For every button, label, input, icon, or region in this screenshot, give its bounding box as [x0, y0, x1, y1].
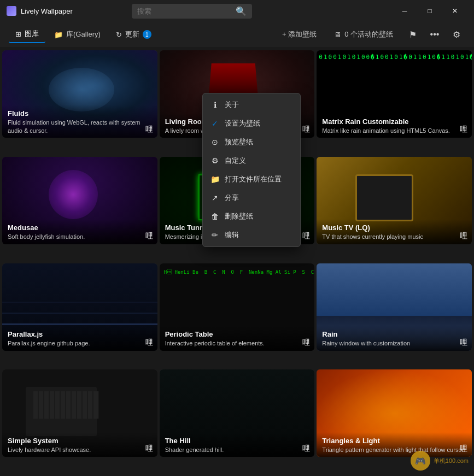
- menu-icon-openfilelocation: 📁: [210, 175, 219, 184]
- update-tab[interactable]: ↻ 更新 1: [109, 26, 158, 43]
- card-action-icon: 哩: [302, 125, 310, 134]
- card-overlay: Periodic Table Interactive periodic tabl…: [160, 326, 315, 350]
- card-action-icon: 哩: [302, 338, 310, 348]
- card-desc: Soft body jellyfish simulation.: [8, 233, 152, 240]
- card-fluids[interactable]: Fluids Fluid simulation using WebGL, rea…: [2, 50, 157, 138]
- menu-icon-share: ↗: [210, 193, 219, 202]
- gallery-icon: ⊞: [15, 30, 21, 38]
- menu-label-openfilelocation: 打开文件所在位置: [225, 174, 282, 184]
- card-desc: Lively hardware API showcase.: [8, 446, 152, 454]
- card-action-icon: 哩: [460, 338, 467, 348]
- card-action-icon: 哩: [145, 338, 153, 348]
- menu-item-previewwallpaper[interactable]: ⊙ 预览壁纸: [203, 133, 300, 151]
- watermark: 🎮 单机100.com: [411, 451, 469, 471]
- card-overlay: Rain Rainy window with customization: [317, 326, 472, 350]
- card-title: Medusae: [8, 224, 152, 232]
- card-action-icon: 哩: [302, 444, 310, 454]
- menu-icon-edit: ✏: [210, 231, 219, 239]
- card-overlay: The Hill Shader generated hill.: [160, 432, 315, 457]
- menu-item-customize[interactable]: ⚙ 自定义: [203, 151, 300, 170]
- card-title: Matrix Rain Customizable: [322, 117, 466, 126]
- menu-item-about[interactable]: ℹ 关于: [203, 96, 300, 114]
- card-desc: Shader generated hill.: [165, 446, 309, 454]
- menu-label-customize: 自定义: [225, 156, 246, 166]
- menu-icon-previewwallpaper: ⊙: [210, 138, 219, 146]
- menu-item-deletewallpaper[interactable]: 🗑 删除壁纸: [203, 207, 300, 226]
- menu-icon-about: ℹ: [210, 101, 219, 109]
- card-action-icon: 哩: [460, 125, 467, 134]
- menu-icon-customize: ⚙: [210, 156, 219, 165]
- card-desc: Rainy window with customization: [322, 339, 466, 347]
- context-menu: ℹ 关于 设置为壁纸 ⊙ 预览壁纸 ⚙ 自定义 📁 打开文件所在位置 ↗ 分享 …: [202, 93, 301, 247]
- menu-item-share[interactable]: ↗ 分享: [203, 189, 300, 207]
- card-title: Parallax.js: [8, 330, 152, 338]
- card-overlay: Matrix Rain Customizable Matrix like rai…: [317, 113, 472, 138]
- card-action-icon: 哩: [145, 231, 153, 241]
- card-medusae[interactable]: Medusae Soft body jellyfish simulation. …: [2, 157, 157, 244]
- card-title: Fluids: [8, 109, 152, 117]
- update-icon: ↻: [116, 31, 122, 39]
- card-title: Music TV (LQ): [322, 224, 466, 232]
- card-action-icon: 哩: [460, 231, 467, 241]
- card-overlay: Parallax.js Parallax.js engine github pa…: [2, 326, 157, 350]
- close-button[interactable]: ✕: [442, 2, 467, 20]
- card-rain[interactable]: Rain Rainy window with customization 哩: [317, 263, 472, 351]
- watermark-icon: 🎮: [411, 451, 430, 471]
- card-title: Triangles & Light: [322, 437, 466, 445]
- card-overlay: Music TV (LQ) TV that shows currently pl…: [317, 219, 472, 244]
- window-controls: ─ □ ✕: [392, 2, 467, 20]
- menu-item-edit[interactable]: ✏ 编辑: [203, 226, 300, 244]
- card-desc: TV that shows currently playing music: [322, 233, 466, 240]
- add-wallpaper-button[interactable]: + 添加壁纸: [276, 26, 323, 43]
- card-action-icon: 哩: [302, 231, 310, 241]
- card-musictv[interactable]: Music TV (LQ) TV that shows currently pl…: [317, 157, 472, 244]
- active-wallpaper-button[interactable]: 🖥 0 个活动的壁纸: [327, 26, 400, 43]
- card-triangles[interactable]: Triangles & Light Triangle pattern gener…: [317, 369, 472, 457]
- card-matrix[interactable]: Matrix Rain Customizable Matrix like rai…: [317, 50, 472, 138]
- card-desc: Fluid simulation using WebGL, reacts wit…: [8, 119, 152, 134]
- menu-label-edit: 编辑: [225, 230, 239, 240]
- menu-item-setwallpaper[interactable]: 设置为壁纸: [203, 114, 300, 133]
- menu-label-setwallpaper: 设置为壁纸: [225, 119, 260, 128]
- menu-icon-deletewallpaper: 🗑: [210, 212, 219, 221]
- library-tab[interactable]: 📁 库(Gallery): [48, 26, 107, 43]
- card-desc: Matrix like rain animation using HTML5 C…: [322, 127, 466, 134]
- menu-label-previewwallpaper: 预览壁纸: [225, 137, 253, 147]
- update-label: 更新: [125, 30, 139, 39]
- app-title: Lively Wallpaper: [21, 7, 73, 15]
- menu-label-about: 关于: [225, 100, 239, 110]
- card-title: Simple System: [8, 437, 152, 445]
- minimize-button[interactable]: ─: [392, 2, 417, 20]
- search-input[interactable]: [137, 7, 232, 15]
- watermark-text: 单机100.com: [434, 457, 469, 465]
- card-parallax[interactable]: Parallax.js Parallax.js engine github pa…: [2, 263, 157, 351]
- maximize-button[interactable]: □: [417, 2, 442, 20]
- library-label: 库(Gallery): [66, 30, 101, 39]
- card-title: The Hill: [165, 437, 309, 445]
- card-simplesystem[interactable]: Simple System Lively hardware API showca…: [2, 369, 157, 457]
- more-button[interactable]: •••: [426, 26, 443, 43]
- flag-button[interactable]: ⚑: [404, 26, 422, 43]
- menu-item-openfilelocation[interactable]: 📁 打开文件所在位置: [203, 170, 300, 189]
- toolbar-right: + 添加壁纸 🖥 0 个活动的壁纸 ⚑ ••• ⚙: [276, 26, 465, 43]
- menu-icon-setwallpaper: [210, 119, 219, 128]
- card-periodic[interactable]: Periodic Table Interactive periodic tabl…: [160, 263, 315, 351]
- active-wallpaper-label: 0 个活动的壁纸: [344, 30, 393, 39]
- card-desc: Interactive periodic table of elements.: [165, 339, 309, 347]
- card-overlay: Simple System Lively hardware API showca…: [2, 432, 157, 457]
- card-action-icon: 哩: [145, 125, 153, 134]
- card-thehill[interactable]: The Hill Shader generated hill. 哩: [160, 369, 315, 457]
- search-bar[interactable]: 🔍: [132, 4, 252, 19]
- title-bar: Lively Wallpaper 🔍 ─ □ ✕: [0, 0, 474, 22]
- gallery-tab[interactable]: ⊞ 图库: [9, 26, 45, 43]
- card-action-icon: 哩: [145, 444, 153, 454]
- card-desc: Parallax.js engine github page.: [8, 339, 152, 347]
- card-title: Rain: [322, 330, 466, 338]
- card-overlay: Fluids Fluid simulation using WebGL, rea…: [2, 105, 157, 138]
- settings-button[interactable]: ⚙: [448, 26, 465, 43]
- toolbar: ⊞ 图库 📁 库(Gallery) ↻ 更新 1 + 添加壁纸 🖥 0 个活动的…: [0, 22, 474, 48]
- search-icon: 🔍: [236, 6, 247, 16]
- library-icon: 📁: [54, 31, 63, 39]
- menu-label-deletewallpaper: 删除壁纸: [225, 211, 253, 221]
- monitor-icon: 🖥: [334, 31, 341, 39]
